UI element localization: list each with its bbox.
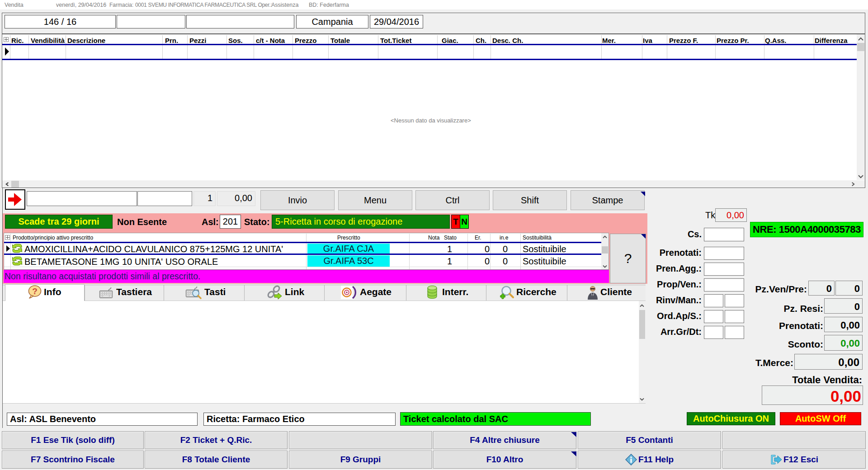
svg-text:?: ?: [32, 287, 38, 296]
